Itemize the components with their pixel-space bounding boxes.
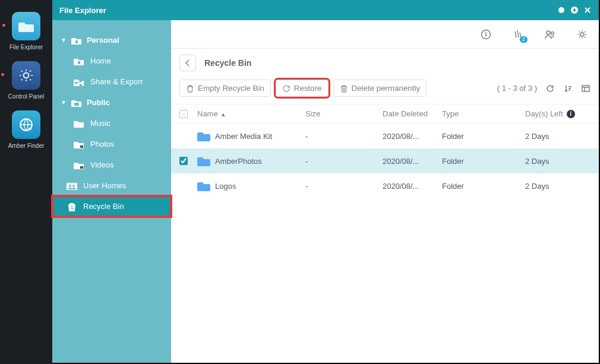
svg-point-18 — [551, 31, 554, 34]
sidebar-item-videos[interactable]: T Videos — [52, 154, 171, 175]
sort-icon[interactable] — [563, 84, 573, 93]
chevron-down-icon: ▼ — [61, 37, 67, 43]
chevron-left-icon — [185, 59, 191, 67]
users-icon — [67, 182, 77, 190]
recycle-icon — [67, 202, 77, 211]
dock-item-control-panel[interactable]: Control Panel — [8, 61, 45, 100]
cell-date: 2020/08/... — [383, 182, 442, 191]
info-icon[interactable] — [480, 29, 492, 40]
sidebar-group-public[interactable]: ▼ Public — [52, 92, 171, 113]
amber-finder-icon — [12, 110, 40, 139]
cell-date: 2020/08/... — [383, 132, 442, 141]
sidebar-group-personal[interactable]: ▼ Personal — [52, 30, 171, 50]
gear-icon — [12, 61, 40, 90]
reload-icon[interactable] — [545, 84, 555, 93]
dock-item-amber-finder[interactable]: Amber Finder — [8, 110, 45, 149]
info-icon[interactable]: i — [567, 110, 575, 118]
refresh-icon — [282, 84, 290, 93]
cell-days: 2 Days — [525, 182, 590, 191]
group-label: Personal — [87, 36, 119, 45]
sidebar-item-photos[interactable]: T Photos — [52, 134, 171, 154]
button-label: Empty Recycle Bin — [198, 84, 264, 93]
dock-label: Amber Finder — [8, 143, 45, 149]
restore-button[interactable]: Restore — [276, 80, 329, 97]
column-header-size[interactable]: Size — [305, 109, 383, 118]
settings-gear-icon[interactable] — [576, 29, 588, 40]
button-label: Restore — [294, 84, 322, 93]
os-dock: File Explorer Control Panel Amber Finder — [0, 0, 52, 364]
sort-asc-icon: ▲ — [220, 111, 226, 118]
cell-size: - — [305, 132, 383, 141]
cell-size: - — [305, 157, 383, 166]
pager-text: ( 1 - 3 of 3 ) — [497, 84, 537, 93]
cell-type: Folder — [442, 157, 525, 166]
row-checkbox[interactable] — [179, 157, 188, 165]
button-label: Delete permanently — [352, 84, 421, 93]
cell-name: AmberPhotos — [215, 157, 305, 166]
toolbar: Empty Recycle Bin Restore Delete permane… — [171, 77, 599, 105]
table-header: – Name▲ Size Date Deleted Type Day(s) Le… — [171, 105, 599, 124]
delete-permanently-button[interactable]: Delete permanently — [333, 80, 427, 97]
active-indicator — [1, 73, 4, 76]
cell-name: Amber Media Kit — [215, 132, 305, 141]
sidebar-item-home[interactable]: Home — [52, 50, 171, 71]
nav-label: Videos — [90, 160, 114, 169]
folder-icon — [74, 57, 84, 65]
active-indicator — [2, 24, 5, 27]
sidebar-item-share-export[interactable]: Share & Export — [52, 71, 171, 92]
file-explorer-icon — [12, 12, 40, 40]
nav-label: Share & Export — [90, 77, 143, 86]
nav-label: Music — [90, 119, 110, 128]
cell-days: 2 Days — [525, 132, 590, 141]
column-header-days-left[interactable]: Day(s) Lefti — [525, 109, 590, 118]
app-window: File Explorer ▼ Personal Home Share & Ex… — [52, 0, 600, 364]
topbar: 2 — [171, 20, 599, 49]
svg-point-12 — [69, 185, 71, 187]
svg-point-19 — [580, 33, 584, 36]
cell-type: Folder — [442, 182, 525, 191]
folder-icon — [197, 131, 210, 141]
empty-recycle-bin-button[interactable]: Empty Recycle Bin — [179, 80, 271, 97]
folder-icon — [197, 181, 210, 191]
users-icon[interactable] — [544, 29, 556, 40]
view-options-icon[interactable] — [581, 84, 590, 93]
trash-icon — [340, 84, 348, 93]
nav-label: User Homes — [83, 181, 126, 190]
select-all-checkbox[interactable]: – — [179, 110, 188, 118]
svg-rect-20 — [582, 86, 589, 91]
sidebar-item-music[interactable]: Music — [52, 113, 171, 134]
chevron-down-icon: ▼ — [61, 99, 67, 106]
minimize-icon[interactable] — [557, 6, 566, 14]
dock-item-file-explorer[interactable]: File Explorer — [10, 12, 43, 50]
column-header-date-deleted[interactable]: Date Deleted — [383, 109, 442, 118]
table-body: Amber Media Kit-2020/08/...Folder2 DaysA… — [171, 124, 599, 198]
svg-point-17 — [547, 31, 550, 34]
svg-point-15 — [485, 31, 487, 33]
nav-label: Photos — [90, 140, 114, 148]
svg-point-1 — [558, 7, 564, 13]
table-row[interactable]: AmberPhotos-2020/08/...Folder2 Days — [171, 148, 599, 173]
column-header-name[interactable]: Name▲ — [197, 109, 305, 118]
sidebar-item-recycle-bin[interactable]: Recycle Bin — [52, 196, 171, 217]
folder-icon: T — [74, 140, 84, 148]
cell-days: 2 Days — [525, 157, 590, 166]
activity-icon[interactable]: 2 — [512, 29, 524, 40]
maximize-icon[interactable] — [570, 6, 579, 14]
back-button[interactable] — [179, 55, 196, 71]
svg-rect-16 — [485, 33, 487, 36]
close-icon[interactable] — [583, 6, 592, 14]
main-pane: 2 Recycle Bin Empty Recycle Bin Resto — [171, 20, 599, 363]
table-row[interactable]: Amber Media Kit-2020/08/...Folder2 Days — [171, 124, 599, 148]
notification-badge: 2 — [520, 36, 528, 43]
sidebar-item-user-homes[interactable]: User Homes — [52, 175, 171, 196]
dock-label: File Explorer — [10, 44, 43, 50]
nav-label: Recycle Bin — [83, 202, 124, 211]
column-header-type[interactable]: Type — [442, 109, 525, 118]
cell-date: 2020/08/... — [383, 157, 442, 166]
group-label: Public — [87, 98, 110, 107]
svg-point-13 — [72, 185, 75, 187]
breadcrumb-bar: Recycle Bin — [171, 49, 599, 77]
titlebar: File Explorer — [52, 0, 599, 20]
folder-icon — [74, 119, 84, 128]
table-row[interactable]: Logos-2020/08/...Folder2 Days — [171, 173, 599, 198]
